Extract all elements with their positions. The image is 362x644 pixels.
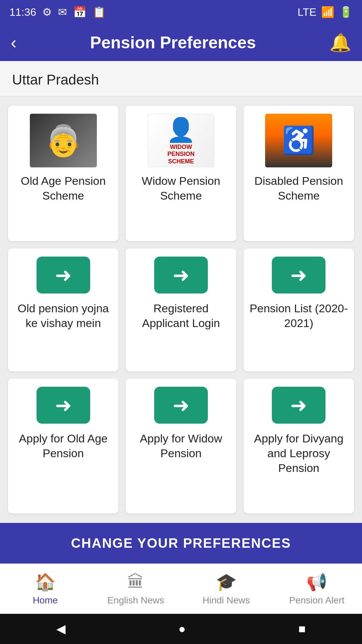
disabled-image — [265, 114, 332, 167]
sim-icon: 📋 — [93, 6, 106, 18]
disabled-scheme-label: Disabled Pension Scheme — [249, 173, 349, 203]
english-news-nav-label: English News — [107, 595, 164, 606]
gmail-icon: ✉ — [58, 6, 67, 18]
status-left: 11:36 ⚙ ✉ 📅 📋 — [9, 6, 106, 18]
card-apply-old-age[interactable]: ➜ Apply for Old Age Pension — [8, 379, 118, 514]
notification-bell-icon[interactable]: 🔔 — [329, 33, 351, 53]
arrow-icon-old-pension: ➜ — [37, 257, 90, 293]
card-registered-login[interactable]: ➜ Registered Applicant Login — [126, 249, 236, 371]
status-right: LTE 📶 🔋 — [298, 6, 353, 18]
status-bar: 11:36 ⚙ ✉ 📅 📋 LTE 📶 🔋 — [0, 0, 362, 24]
time: 11:36 — [9, 6, 36, 18]
page-title: Pension Preferences — [90, 33, 256, 52]
card-apply-widow[interactable]: ➜ Apply for Widow Pension — [126, 379, 236, 514]
change-preferences-button[interactable]: CHANGE YOUR PREFERENCES — [0, 523, 362, 564]
card-disabled-scheme[interactable]: Disabled Pension Scheme — [244, 106, 354, 241]
arrow-icon-apply-old: ➜ — [37, 387, 90, 424]
system-nav: ◀ ● ■ — [0, 614, 362, 644]
card-pension-list[interactable]: ➜ Pension List (2020-2021) — [244, 249, 354, 371]
graduation-icon: 🎓 — [216, 572, 237, 592]
system-recents-button[interactable]: ■ — [298, 622, 306, 636]
battery-icon: 🔋 — [339, 6, 353, 18]
arrow-icon-apply-widow: ➜ — [154, 387, 208, 424]
old-age-scheme-label: Old Age Pension Scheme — [13, 173, 113, 203]
nav-item-english-news[interactable]: 🏛 English News — [90, 564, 181, 614]
card-widow-scheme[interactable]: Widow Pension Scheme — [126, 106, 236, 241]
system-back-button[interactable]: ◀ — [56, 622, 66, 636]
apply-divyang-label: Apply for Divyang and Leprosy Pension — [249, 431, 349, 476]
pension-alert-nav-label: Pension Alert — [289, 595, 345, 606]
home-nav-label: Home — [33, 595, 58, 606]
old-pension-info-label: Old pension yojna ke vishay mein — [13, 301, 113, 330]
arrow-icon-registered: ➜ — [154, 257, 208, 293]
lte-label: LTE — [298, 6, 316, 18]
back-button[interactable]: ‹ — [11, 33, 16, 53]
nav-item-hindi-news[interactable]: 🎓 Hindi News — [181, 564, 272, 614]
arrow-icon-apply-divyang: ➜ — [272, 387, 325, 424]
system-home-button[interactable]: ● — [178, 622, 186, 636]
state-label: Uttar Pradesh — [0, 61, 362, 96]
settings-icon: ⚙ — [42, 6, 52, 18]
old-age-image — [30, 114, 97, 167]
home-icon: 🏠 — [35, 572, 56, 592]
widow-scheme-label: Widow Pension Scheme — [131, 173, 231, 203]
signal-icon: 📶 — [321, 6, 335, 18]
alert-icon: 📢 — [306, 572, 327, 592]
hindi-news-nav-label: Hindi News — [202, 595, 250, 606]
nav-item-home[interactable]: 🏠 Home — [0, 564, 90, 614]
card-old-pension-info[interactable]: ➜ Old pension yojna ke vishay mein — [8, 249, 118, 371]
calendar-icon: 📅 — [73, 6, 86, 18]
header: ‹ Pension Preferences 🔔 — [0, 24, 362, 61]
arrow-icon-pension-list: ➜ — [272, 257, 325, 293]
bottom-nav: 🏠 Home 🏛 English News 🎓 Hindi News 📢 Pen… — [0, 564, 362, 614]
card-grid: Old Age Pension Scheme Widow Pension Sch… — [0, 96, 362, 523]
registered-login-label: Registered Applicant Login — [131, 301, 231, 330]
card-old-age-scheme[interactable]: Old Age Pension Scheme — [8, 106, 118, 241]
nav-item-pension-alert[interactable]: 📢 Pension Alert — [272, 564, 362, 614]
building-icon: 🏛 — [127, 572, 144, 592]
pension-list-label: Pension List (2020-2021) — [249, 301, 349, 330]
widow-image — [147, 114, 215, 167]
card-apply-divyang[interactable]: ➜ Apply for Divyang and Leprosy Pension — [244, 379, 354, 514]
apply-widow-label: Apply for Widow Pension — [131, 431, 231, 461]
apply-old-age-label: Apply for Old Age Pension — [13, 431, 113, 461]
